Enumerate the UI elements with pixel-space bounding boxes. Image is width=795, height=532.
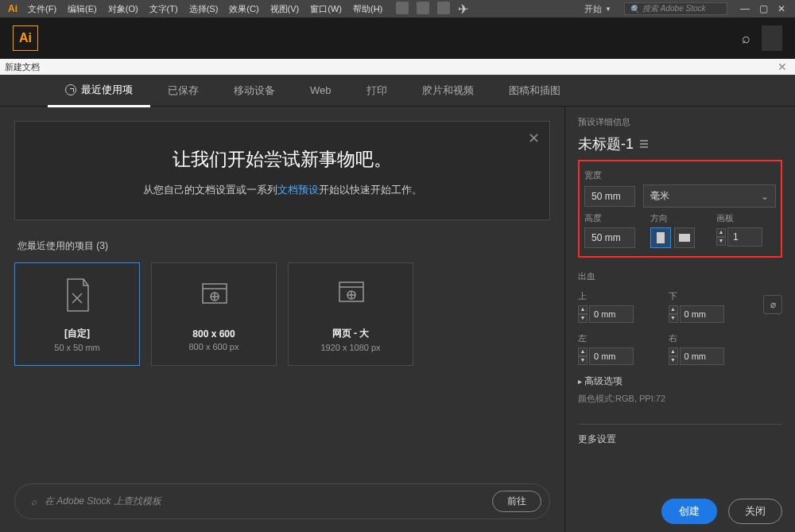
- stepper-up-icon[interactable]: ▲: [578, 348, 588, 356]
- web-doc-icon: [198, 278, 230, 316]
- artboards-label: 画板: [716, 212, 776, 224]
- link-bleed-icon[interactable]: ⌀: [763, 295, 782, 314]
- recent-projects-heading: 您最近使用的项目 (3): [17, 239, 550, 253]
- menu-edit[interactable]: 编辑(E): [62, 3, 103, 15]
- preset-dimensions: 800 x 600 px: [189, 342, 239, 351]
- orientation-label: 方向: [650, 212, 710, 224]
- height-input[interactable]: 50 mm: [584, 227, 635, 248]
- bleed-bottom-input[interactable]: [680, 305, 724, 323]
- welcome-close-icon[interactable]: ✕: [528, 130, 540, 147]
- stepper-up-icon[interactable]: ▲: [669, 348, 678, 356]
- width-label: 宽度: [584, 169, 776, 181]
- bleed-left-label: 左: [578, 332, 661, 344]
- tab-mobile[interactable]: 移动设备: [216, 76, 293, 106]
- send-icon[interactable]: ✈: [458, 2, 468, 17]
- create-button[interactable]: 创建: [661, 499, 717, 524]
- artboards-input[interactable]: 1: [727, 227, 762, 247]
- orientation-portrait-button[interactable]: [650, 227, 671, 248]
- menu-view[interactable]: 视图(V): [265, 3, 305, 15]
- category-tabs: 最近使用项 已保存 移动设备 Web 打印 胶片和视频 图稿和插图: [0, 75, 795, 107]
- stepper-down-icon[interactable]: ▼: [578, 356, 588, 365]
- app-badge: Ai: [3, 3, 22, 14]
- tab-recent[interactable]: 最近使用项: [48, 75, 150, 107]
- toolbar-icon[interactable]: [417, 2, 429, 14]
- menu-file[interactable]: 文件(F): [22, 3, 62, 15]
- stock-search-top[interactable]: 🔍搜索 Adobe Stock: [624, 2, 727, 15]
- dialog-close-icon[interactable]: ✕: [774, 60, 790, 73]
- stepper-down-icon[interactable]: ▼: [578, 314, 588, 323]
- preset-card-800x600[interactable]: 800 x 600 800 x 600 px: [151, 262, 277, 366]
- panel-drawer[interactable]: [762, 25, 782, 51]
- width-input[interactable]: 50 mm: [584, 186, 635, 207]
- bleed-left-input[interactable]: [589, 348, 634, 365]
- details-heading: 预设详细信息: [578, 116, 782, 128]
- preset-title: [自定]: [64, 327, 90, 340]
- close-dialog-button[interactable]: 关闭: [728, 499, 782, 524]
- menu-effect[interactable]: 效果(C): [223, 3, 264, 15]
- bleed-top-input[interactable]: [589, 305, 634, 323]
- custom-doc-icon: [61, 276, 93, 314]
- preset-title: 网页 - 大: [332, 327, 370, 340]
- dialog-title: 新建文档: [5, 61, 40, 73]
- welcome-subtitle: 从您自己的文档设置或一系列文档预设开始以快速开始工作。: [31, 183, 533, 197]
- unit-select[interactable]: 毫米: [643, 184, 776, 208]
- go-button[interactable]: 前往: [492, 491, 541, 512]
- maximize-button[interactable]: ▢: [759, 3, 768, 14]
- dialog-title-bar: 新建文档 ✕: [0, 59, 795, 75]
- top-toolbar-icons: ✈: [388, 2, 476, 17]
- menu-help[interactable]: 帮助(H): [347, 3, 388, 15]
- color-mode-info: 颜色模式:RGB, PPI:72: [578, 393, 782, 405]
- tab-film[interactable]: 胶片和视频: [405, 76, 491, 106]
- ai-logo: Ai: [13, 25, 38, 51]
- bleed-right-label: 右: [669, 332, 751, 344]
- toolbar-icon[interactable]: [437, 2, 450, 14]
- stepper-up-icon[interactable]: ▲: [578, 305, 588, 314]
- stepper-down-icon[interactable]: ▼: [716, 237, 726, 246]
- preset-dimensions: 1920 x 1080 px: [320, 343, 380, 352]
- search-icon[interactable]: ⌕: [742, 30, 750, 47]
- welcome-title: 让我们开始尝试新事物吧。: [31, 147, 533, 172]
- stock-search-input[interactable]: ⌕ 在 Adobe Stock 上查找模板: [23, 495, 481, 508]
- presets-row: [自定] 50 x 50 mm 800 x 600 800 x 600 px 网…: [14, 262, 550, 366]
- preset-title: 800 x 600: [192, 328, 235, 340]
- close-button[interactable]: ✕: [778, 3, 785, 14]
- tab-art[interactable]: 图稿和插图: [491, 76, 578, 106]
- preset-dimensions: 50 x 50 mm: [54, 343, 99, 352]
- preset-card-custom[interactable]: [自定] 50 x 50 mm: [14, 262, 140, 366]
- more-settings-link[interactable]: 更多设置: [578, 433, 782, 446]
- recent-icon: [65, 84, 76, 95]
- doc-presets-link[interactable]: 文档预设: [277, 184, 319, 196]
- bleed-right-input[interactable]: [680, 348, 724, 365]
- stepper-down-icon[interactable]: ▼: [669, 314, 678, 323]
- stepper-down-icon[interactable]: ▼: [669, 356, 678, 365]
- workspace-selector[interactable]: 开始 ▼: [578, 3, 618, 15]
- tab-web[interactable]: Web: [293, 76, 349, 104]
- height-label: 高度: [584, 212, 644, 224]
- app-header: Ai ⌕: [0, 17, 795, 59]
- advanced-options-toggle[interactable]: 高级选项: [578, 375, 782, 388]
- bleed-label: 出血: [578, 270, 782, 282]
- bleed-top-label: 上: [578, 290, 661, 302]
- document-title-field[interactable]: 未标题-1: [578, 134, 782, 153]
- preset-card-web-large[interactable]: 网页 - 大 1920 x 1080 px: [288, 262, 413, 366]
- bleed-bottom-label: 下: [669, 290, 751, 302]
- top-menu-bar: Ai 文件(F) 编辑(E) 对象(O) 文字(T) 选择(S) 效果(C) 视…: [0, 0, 795, 17]
- menu-window[interactable]: 窗口(W): [304, 3, 347, 15]
- divider: [578, 424, 782, 425]
- minimize-button[interactable]: —: [740, 3, 750, 14]
- size-highlight-box: 宽度 50 mm 毫米 高度 50 mm 方向 画板: [578, 160, 782, 258]
- tab-saved[interactable]: 已保存: [150, 76, 216, 106]
- stepper-up-icon[interactable]: ▲: [716, 228, 726, 237]
- menu-type[interactable]: 文字(T): [144, 3, 184, 15]
- stepper-up-icon[interactable]: ▲: [669, 305, 678, 314]
- orientation-landscape-button[interactable]: [674, 227, 695, 248]
- preset-details-panel: 预设详细信息 未标题-1 宽度 50 mm 毫米 高度 50 mm 方向: [564, 107, 795, 532]
- menu-select[interactable]: 选择(S): [184, 3, 224, 15]
- search-icon: ⌕: [31, 496, 37, 507]
- welcome-box: ✕ 让我们开始尝试新事物吧。 从您自己的文档设置或一系列文档预设开始以快速开始工…: [14, 121, 550, 220]
- tab-print[interactable]: 打印: [349, 76, 405, 106]
- menu-object[interactable]: 对象(O): [103, 3, 144, 15]
- left-panel: ✕ 让我们开始尝试新事物吧。 从您自己的文档设置或一系列文档预设开始以快速开始工…: [0, 107, 564, 532]
- toolbar-icon[interactable]: [396, 2, 409, 14]
- stock-search-bar: ⌕ 在 Adobe Stock 上查找模板 前往: [14, 483, 550, 519]
